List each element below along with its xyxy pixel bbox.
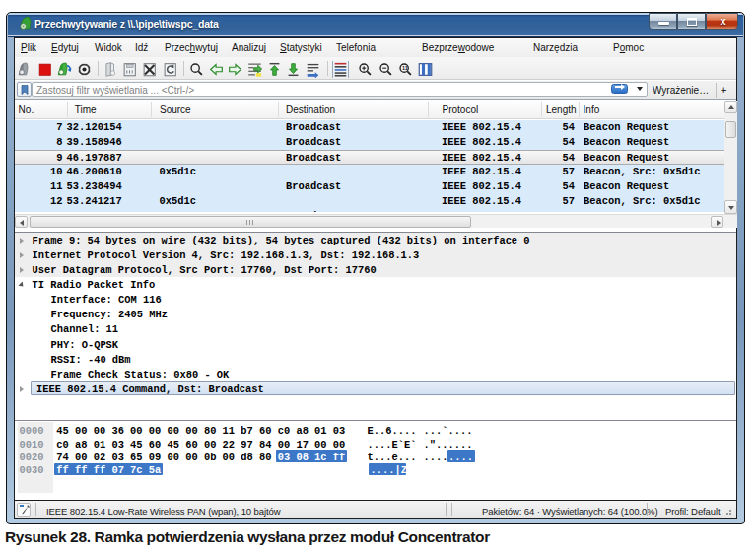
svg-text:11: 11 xyxy=(402,65,408,71)
